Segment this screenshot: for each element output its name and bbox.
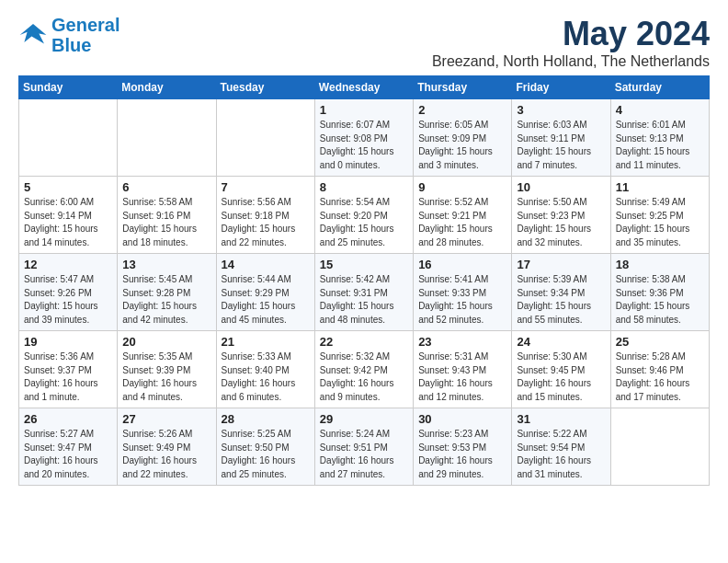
weekday-header: Saturday — [610, 76, 709, 99]
calendar-cell: 15Sunrise: 5:42 AMSunset: 9:31 PMDayligh… — [314, 254, 413, 331]
calendar-cell: 25Sunrise: 5:28 AMSunset: 9:46 PMDayligh… — [610, 331, 709, 408]
day-info: Sunrise: 5:42 AMSunset: 9:31 PMDaylight:… — [320, 273, 408, 327]
day-number: 6 — [122, 180, 210, 194]
day-info: Sunrise: 5:50 AMSunset: 9:23 PMDaylight:… — [517, 196, 605, 249]
day-number: 25 — [616, 335, 704, 349]
day-info: Sunrise: 5:32 AMSunset: 9:42 PMDaylight:… — [320, 350, 408, 404]
day-number: 28 — [222, 412, 310, 426]
calendar-cell: 30Sunrise: 5:23 AMSunset: 9:53 PMDayligh… — [414, 408, 512, 486]
day-info: Sunrise: 5:23 AMSunset: 9:53 PMDaylight:… — [418, 428, 506, 481]
calendar-cell — [118, 99, 216, 177]
calendar-cell: 8Sunrise: 5:54 AMSunset: 9:20 PMDaylight… — [314, 177, 413, 254]
day-number: 1 — [320, 103, 408, 117]
weekday-header-row: SundayMondayTuesdayWednesdayThursdayFrid… — [19, 76, 710, 99]
day-info: Sunrise: 5:47 AMSunset: 9:26 PMDaylight:… — [24, 273, 112, 327]
day-info: Sunrise: 5:33 AMSunset: 9:40 PMDaylight:… — [222, 350, 310, 404]
calendar-cell: 14Sunrise: 5:44 AMSunset: 9:29 PMDayligh… — [216, 254, 314, 331]
header: General Blue May 2024 Breezand, North Ho… — [18, 15, 710, 70]
calendar-cell: 23Sunrise: 5:31 AMSunset: 9:43 PMDayligh… — [414, 331, 512, 408]
day-info: Sunrise: 5:52 AMSunset: 9:21 PMDaylight:… — [418, 196, 506, 249]
calendar-cell: 16Sunrise: 5:41 AMSunset: 9:33 PMDayligh… — [414, 254, 512, 331]
day-info: Sunrise: 6:03 AMSunset: 9:11 PMDaylight:… — [517, 119, 605, 172]
day-number: 16 — [418, 258, 506, 271]
day-info: Sunrise: 5:58 AMSunset: 9:16 PMDaylight:… — [122, 196, 210, 249]
day-number: 29 — [320, 412, 408, 426]
day-number: 17 — [517, 258, 605, 271]
svg-marker-0 — [20, 24, 47, 44]
day-number: 20 — [122, 335, 210, 349]
day-number: 13 — [122, 258, 210, 271]
weekday-header: Friday — [512, 76, 610, 99]
day-info: Sunrise: 5:22 AMSunset: 9:54 PMDaylight:… — [517, 428, 605, 481]
weekday-header: Monday — [118, 76, 216, 99]
day-info: Sunrise: 5:24 AMSunset: 9:51 PMDaylight:… — [320, 428, 408, 481]
day-number: 27 — [122, 412, 210, 426]
calendar-cell: 19Sunrise: 5:36 AMSunset: 9:37 PMDayligh… — [19, 331, 118, 408]
logo-text: General Blue — [51, 15, 119, 55]
day-number: 15 — [320, 258, 408, 271]
day-number: 23 — [418, 335, 506, 349]
calendar-cell: 3Sunrise: 6:03 AMSunset: 9:11 PMDaylight… — [512, 99, 610, 177]
day-number: 26 — [24, 412, 112, 426]
calendar-week-row: 5Sunrise: 6:00 AMSunset: 9:14 PMDaylight… — [19, 177, 710, 254]
calendar-week-row: 26Sunrise: 5:27 AMSunset: 9:47 PMDayligh… — [19, 408, 710, 486]
calendar-cell — [610, 408, 709, 486]
day-number: 24 — [517, 335, 605, 349]
calendar-cell: 13Sunrise: 5:45 AMSunset: 9:28 PMDayligh… — [118, 254, 216, 331]
day-info: Sunrise: 5:36 AMSunset: 9:37 PMDaylight:… — [24, 350, 112, 404]
day-info: Sunrise: 5:39 AMSunset: 9:34 PMDaylight:… — [517, 273, 605, 327]
day-info: Sunrise: 5:49 AMSunset: 9:25 PMDaylight:… — [616, 196, 704, 249]
day-number: 21 — [222, 335, 310, 349]
location-title: Breezand, North Holland, The Netherlands — [432, 53, 710, 70]
weekday-header: Tuesday — [216, 76, 314, 99]
day-info: Sunrise: 5:28 AMSunset: 9:46 PMDaylight:… — [616, 350, 704, 404]
weekday-header: Thursday — [414, 76, 512, 99]
day-info: Sunrise: 5:35 AMSunset: 9:39 PMDaylight:… — [122, 350, 210, 404]
day-info: Sunrise: 6:05 AMSunset: 9:09 PMDaylight:… — [418, 119, 506, 172]
day-info: Sunrise: 6:07 AMSunset: 9:08 PMDaylight:… — [320, 119, 408, 172]
calendar-cell: 18Sunrise: 5:38 AMSunset: 9:36 PMDayligh… — [610, 254, 709, 331]
day-number: 22 — [320, 335, 408, 349]
day-info: Sunrise: 5:31 AMSunset: 9:43 PMDaylight:… — [418, 350, 506, 404]
logo: General Blue — [18, 15, 119, 55]
day-info: Sunrise: 5:54 AMSunset: 9:20 PMDaylight:… — [320, 196, 408, 249]
weekday-header: Sunday — [19, 76, 118, 99]
day-number: 30 — [418, 412, 506, 426]
month-title: May 2024 — [432, 15, 710, 53]
calendar-cell — [19, 99, 118, 177]
calendar-cell: 29Sunrise: 5:24 AMSunset: 9:51 PMDayligh… — [314, 408, 413, 486]
day-number: 18 — [616, 258, 704, 271]
day-number: 3 — [517, 103, 605, 117]
day-number: 7 — [222, 180, 310, 194]
calendar-cell: 12Sunrise: 5:47 AMSunset: 9:26 PMDayligh… — [19, 254, 118, 331]
calendar-cell: 17Sunrise: 5:39 AMSunset: 9:34 PMDayligh… — [512, 254, 610, 331]
calendar-week-row: 19Sunrise: 5:36 AMSunset: 9:37 PMDayligh… — [19, 331, 710, 408]
day-info: Sunrise: 5:26 AMSunset: 9:49 PMDaylight:… — [122, 428, 210, 481]
day-number: 14 — [222, 258, 310, 271]
logo-icon — [18, 20, 48, 50]
calendar-week-row: 1Sunrise: 6:07 AMSunset: 9:08 PMDaylight… — [19, 99, 710, 177]
calendar-cell: 1Sunrise: 6:07 AMSunset: 9:08 PMDaylight… — [314, 99, 413, 177]
day-info: Sunrise: 6:01 AMSunset: 9:13 PMDaylight:… — [616, 119, 704, 172]
day-info: Sunrise: 5:44 AMSunset: 9:29 PMDaylight:… — [222, 273, 310, 327]
calendar-cell: 20Sunrise: 5:35 AMSunset: 9:39 PMDayligh… — [118, 331, 216, 408]
calendar-cell: 24Sunrise: 5:30 AMSunset: 9:45 PMDayligh… — [512, 331, 610, 408]
day-info: Sunrise: 5:30 AMSunset: 9:45 PMDaylight:… — [517, 350, 605, 404]
day-info: Sunrise: 5:41 AMSunset: 9:33 PMDaylight:… — [418, 273, 506, 327]
calendar-cell: 6Sunrise: 5:58 AMSunset: 9:16 PMDaylight… — [118, 177, 216, 254]
calendar-cell: 10Sunrise: 5:50 AMSunset: 9:23 PMDayligh… — [512, 177, 610, 254]
title-area: May 2024 Breezand, North Holland, The Ne… — [432, 15, 710, 70]
day-number: 31 — [517, 412, 605, 426]
day-number: 12 — [24, 258, 112, 271]
day-number: 2 — [418, 103, 506, 117]
day-number: 4 — [616, 103, 704, 117]
day-number: 5 — [24, 180, 112, 194]
day-number: 19 — [24, 335, 112, 349]
calendar-cell: 9Sunrise: 5:52 AMSunset: 9:21 PMDaylight… — [414, 177, 512, 254]
weekday-header: Wednesday — [314, 76, 413, 99]
calendar-week-row: 12Sunrise: 5:47 AMSunset: 9:26 PMDayligh… — [19, 254, 710, 331]
calendar-cell: 28Sunrise: 5:25 AMSunset: 9:50 PMDayligh… — [216, 408, 314, 486]
calendar-cell: 21Sunrise: 5:33 AMSunset: 9:40 PMDayligh… — [216, 331, 314, 408]
day-info: Sunrise: 5:38 AMSunset: 9:36 PMDaylight:… — [616, 273, 704, 327]
day-number: 9 — [418, 180, 506, 194]
